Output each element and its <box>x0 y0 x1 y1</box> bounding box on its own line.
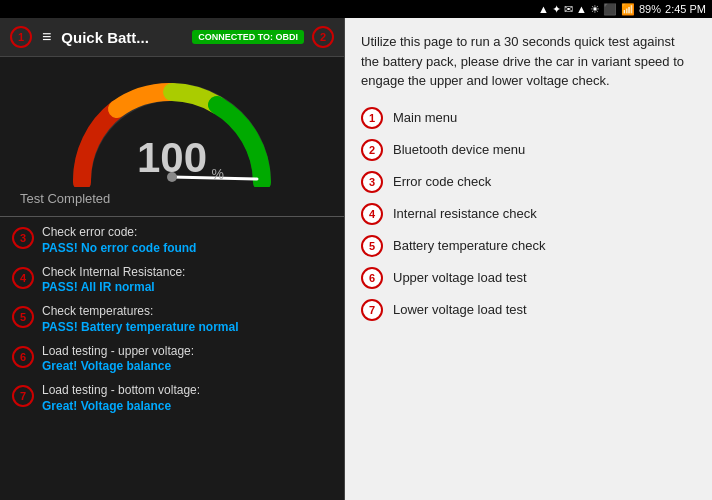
test-completed-label: Test Completed <box>10 191 110 206</box>
help-badge: 2 <box>361 139 383 161</box>
help-badge: 5 <box>361 235 383 257</box>
check-item: 6 Load testing - upper voltage: Great! V… <box>12 344 332 374</box>
help-item: 4 Internal resistance check <box>361 203 696 225</box>
help-badge: 4 <box>361 203 383 225</box>
check-badge: 3 <box>12 227 34 249</box>
check-label: Check Internal Resistance: <box>42 265 185 281</box>
check-label: Check temperatures: <box>42 304 239 320</box>
check-badge: 4 <box>12 267 34 289</box>
check-item: 7 Load testing - bottom voltage: Great! … <box>12 383 332 413</box>
battery-level: 89% <box>639 3 661 15</box>
help-item: 2 Bluetooth device menu <box>361 139 696 161</box>
help-item-label: Upper voltage load test <box>393 270 527 285</box>
help-item-label: Internal resistance check <box>393 206 537 221</box>
help-items-list: 1 Main menu 2 Bluetooth device menu 3 Er… <box>361 107 696 321</box>
check-badge: 7 <box>12 385 34 407</box>
help-badge: 3 <box>361 171 383 193</box>
check-label: Load testing - bottom voltage: <box>42 383 200 399</box>
check-result: Great! Voltage balance <box>42 359 194 373</box>
app-title: Quick Batt... <box>61 29 149 46</box>
check-result: Great! Voltage balance <box>42 399 200 413</box>
help-badge: 1 <box>361 107 383 129</box>
check-result: PASS! Battery temperature normal <box>42 320 239 334</box>
check-text: Check temperatures: PASS! Battery temper… <box>42 304 239 334</box>
gauge-percent: % <box>212 166 224 182</box>
help-item-label: Lower voltage load test <box>393 302 527 317</box>
check-text: Load testing - upper voltage: Great! Vol… <box>42 344 194 374</box>
check-item: 5 Check temperatures: PASS! Battery temp… <box>12 304 332 334</box>
help-item-label: Error code check <box>393 174 491 189</box>
help-item-label: Battery temperature check <box>393 238 545 253</box>
check-text: Check Internal Resistance: PASS! All IR … <box>42 265 185 295</box>
help-panel: Utilize this page to run a 30 seconds qu… <box>345 18 712 500</box>
time-display: 2:45 PM <box>665 3 706 15</box>
signal-icon: 📶 <box>621 3 635 16</box>
bluetooth-menu-badge[interactable]: 2 <box>312 26 334 48</box>
main-menu-badge[interactable]: 1 <box>10 26 32 48</box>
check-text: Check error code: PASS! No error code fo… <box>42 225 196 255</box>
connected-badge: CONNECTED TO: OBDI <box>192 30 304 44</box>
hamburger-icon[interactable]: ≡ <box>42 28 51 46</box>
header-left: 1 ≡ Quick Batt... <box>10 26 149 48</box>
check-badge: 5 <box>12 306 34 328</box>
check-result: PASS! All IR normal <box>42 280 185 294</box>
check-results: 3 Check error code: PASS! No error code … <box>0 217 344 500</box>
help-item: 6 Upper voltage load test <box>361 267 696 289</box>
phone-panel: 1 ≡ Quick Batt... CONNECTED TO: OBDI 2 <box>0 18 345 500</box>
help-item-label: Bluetooth device menu <box>393 142 525 157</box>
help-badge: 6 <box>361 267 383 289</box>
status-icons: ▲ ✦ ✉ ▲ ☀ ⬛ <box>538 3 617 16</box>
status-bar: ▲ ✦ ✉ ▲ ☀ ⬛ 📶 89% 2:45 PM <box>0 0 712 18</box>
help-item: 1 Main menu <box>361 107 696 129</box>
help-item: 3 Error code check <box>361 171 696 193</box>
help-item: 5 Battery temperature check <box>361 235 696 257</box>
gauge-area: 100 % Test Completed <box>0 57 344 216</box>
check-result: PASS! No error code found <box>42 241 196 255</box>
gauge-container: 100 % <box>62 67 282 187</box>
check-badge: 6 <box>12 346 34 368</box>
help-item-label: Main menu <box>393 110 457 125</box>
check-label: Check error code: <box>42 225 196 241</box>
gauge-value: 100 <box>137 134 207 182</box>
check-text: Load testing - bottom voltage: Great! Vo… <box>42 383 200 413</box>
help-badge: 7 <box>361 299 383 321</box>
check-item: 4 Check Internal Resistance: PASS! All I… <box>12 265 332 295</box>
help-description: Utilize this page to run a 30 seconds qu… <box>361 32 696 91</box>
help-item: 7 Lower voltage load test <box>361 299 696 321</box>
app-header: 1 ≡ Quick Batt... CONNECTED TO: OBDI 2 <box>0 18 344 57</box>
check-label: Load testing - upper voltage: <box>42 344 194 360</box>
main-area: 1 ≡ Quick Batt... CONNECTED TO: OBDI 2 <box>0 18 712 500</box>
check-item: 3 Check error code: PASS! No error code … <box>12 225 332 255</box>
